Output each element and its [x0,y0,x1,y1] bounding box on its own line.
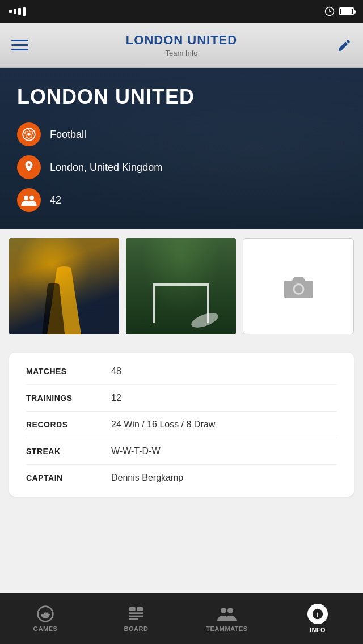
members-text: 42 [50,194,61,206]
sport-icon-circle [17,122,41,146]
signal-bar-3 [18,8,21,15]
location-icon-circle [17,155,41,179]
trainings-row: TRAININGS 12 [26,385,337,412]
signal-bar-2 [14,9,16,14]
location-icon [23,160,35,175]
photo-1[interactable] [9,238,119,334]
records-value: 24 Win / 16 Loss / 8 Draw [111,420,215,430]
sport-text: Football [50,129,86,141]
header: LONDON UNITED Team Info [0,23,363,68]
streak-row: STREAK W-W-T-D-W [26,438,337,465]
nav-board[interactable]: BOARD [91,599,182,638]
clock-icon [324,6,335,16]
status-bar [0,0,363,23]
svg-point-5 [29,196,34,200]
board-nav-icon [127,605,145,623]
board-nav-label: BOARD [124,625,149,632]
stats-section: MATCHES 48 TRAININGS 12 RECORDS 24 Win /… [9,353,354,497]
records-row: RECORDS 24 Win / 16 Loss / 8 Draw [26,412,337,438]
sport-row: Football [17,122,346,146]
records-label: RECORDS [26,420,111,429]
header-center: LONDON UNITED Team Info [126,33,237,57]
photos-section [0,229,363,344]
svg-text:i: i [316,610,319,618]
location-row: London, United Kingdom [17,155,346,179]
pencil-icon [337,38,352,53]
football-icon [22,127,36,142]
status-right [324,6,354,16]
streak-value: W-W-T-D-W [111,446,160,456]
members-icon-circle [17,188,41,212]
matches-value: 48 [111,366,121,376]
svg-point-16 [227,608,233,613]
hamburger-line-2 [11,44,28,46]
info-nav-label: INFO [310,626,326,633]
hamburger-line-3 [11,49,28,50]
svg-rect-13 [129,616,143,617]
nav-info[interactable]: i INFO [272,598,363,639]
trainings-label: TRAININGS [26,393,111,402]
header-title: LONDON UNITED [126,33,237,48]
members-row: 42 [17,188,346,212]
battery-icon [339,7,354,15]
bottom-nav: GAMES BOARD TEAMMATES i INFO [0,593,363,644]
photo-2[interactable] [126,238,236,334]
svg-point-9 [44,612,47,615]
team-icon [21,193,37,207]
photo-placeholder[interactable] [243,238,354,334]
captain-label: CAPTAIN [26,473,111,482]
svg-rect-12 [129,612,143,614]
svg-point-7 [294,285,302,293]
info-icon-circle: i [307,604,328,624]
team-name-large: LONDON UNITED [17,85,346,109]
nav-games[interactable]: GAMES [0,599,91,638]
svg-rect-11 [137,607,143,611]
svg-point-15 [221,608,226,613]
teammates-nav-icon [217,605,237,623]
captain-value: Dennis Bergkamp [111,473,183,483]
captain-row: CAPTAIN Dennis Bergkamp [26,465,337,491]
svg-rect-10 [129,607,136,611]
menu-button[interactable] [11,40,40,50]
svg-rect-14 [129,618,138,620]
matches-row: MATCHES 48 [26,358,337,385]
hamburger-line-1 [11,40,28,41]
signal-strength [9,7,26,16]
svg-point-3 [27,133,30,135]
signal-bar-1 [9,10,12,13]
header-subtitle: Team Info [126,49,237,57]
location-text: London, United Kingdom [50,162,162,173]
team-banner: LONDON UNITED Football London, United Ki… [0,68,363,229]
games-nav-icon [36,605,54,623]
signal-bar-4 [23,7,26,16]
nav-teammates[interactable]: TEAMMATES [182,599,272,638]
camera-icon [283,274,314,299]
games-nav-label: GAMES [33,625,58,632]
info-nav-icon: i [311,608,324,620]
teammates-nav-label: TEAMMATES [206,625,247,632]
edit-button[interactable] [323,38,352,53]
svg-point-4 [24,196,28,200]
matches-label: MATCHES [26,367,111,376]
streak-label: STREAK [26,447,111,456]
trainings-value: 12 [111,393,121,403]
